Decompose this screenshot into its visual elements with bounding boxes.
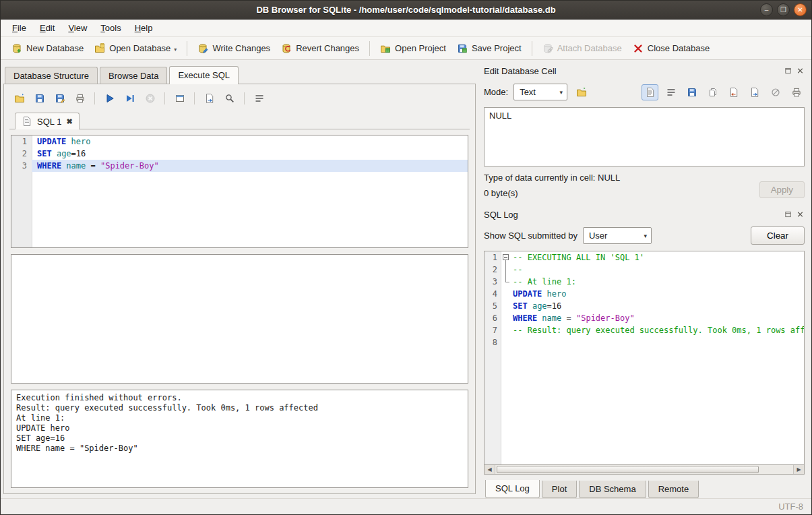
dock-tab-db-schema[interactable]: DB Schema [579, 481, 646, 498]
scroll-thumb[interactable] [497, 466, 759, 473]
scroll-track[interactable] [495, 465, 793, 474]
open-new-tab-button[interactable] [171, 90, 188, 107]
print-icon [75, 93, 86, 104]
scroll-right-icon[interactable]: ▶ [793, 465, 804, 474]
log-line: 2-- [485, 264, 804, 276]
text-view-button[interactable] [642, 84, 658, 100]
save-sql-file-button[interactable] [31, 90, 48, 107]
main-area: Database StructureBrowse DataExecute SQL… [1, 60, 811, 498]
save-project-icon [457, 43, 468, 54]
toolbar-separator [244, 92, 245, 104]
titlebar[interactable]: DB Browser for SQLite - /home/user/code/… [1, 1, 811, 20]
write-changes-label: Write Changes [212, 43, 270, 53]
open-project-button[interactable]: Open Project [375, 40, 451, 57]
stop-execution-button[interactable] [142, 90, 158, 107]
menu-file[interactable]: File [6, 21, 32, 35]
sql-tab[interactable]: SQL 1 ✖ [15, 113, 80, 129]
dock-tab-plot[interactable]: Plot [542, 481, 577, 498]
save-project-button[interactable]: Save Project [451, 40, 527, 57]
clear-log-button[interactable]: Clear [751, 226, 805, 245]
cell-type-text: Type of data currently in cell: NULL [484, 173, 759, 183]
print-button[interactable] [788, 84, 805, 100]
editor-line[interactable]: 1UPDATE hero [11, 135, 468, 148]
open-sql-file-button[interactable] [11, 90, 28, 107]
left-pane: Database StructureBrowse DataExecute SQL… [1, 60, 476, 498]
word-wrap-button[interactable] [251, 90, 268, 107]
export-results-button[interactable] [201, 90, 218, 107]
maximize-button[interactable]: ❐ [777, 3, 790, 16]
line-number: 2 [485, 264, 501, 276]
log-horizontal-scrollbar[interactable]: ◀ ▶ [484, 464, 805, 475]
close-tab-icon[interactable]: ✖ [66, 117, 72, 126]
attach-database-label: Attach Database [557, 43, 622, 53]
close-database-button[interactable]: Close Database [627, 40, 716, 57]
tab-browse-data[interactable]: Browse Data [100, 67, 167, 84]
sql-file-icon [22, 116, 32, 127]
stop-execution-icon [145, 93, 156, 104]
attach-database-button[interactable]: Attach Database [537, 40, 627, 57]
toolbar-separator [194, 92, 195, 104]
edit-cell-header: Edit Database Cell [484, 64, 805, 78]
apply-button[interactable]: Apply [759, 181, 805, 198]
log-filter-select[interactable]: User [583, 227, 652, 244]
editor-line[interactable]: 2SET age=16 [11, 148, 468, 160]
menu-view[interactable]: View [62, 21, 93, 35]
revert-changes-button[interactable]: Revert Changes [276, 40, 365, 57]
import-button[interactable] [725, 84, 742, 100]
print-button[interactable] [71, 90, 88, 107]
float-panel-icon[interactable] [784, 67, 792, 75]
results-grid[interactable] [11, 254, 468, 384]
message-area: Execution finished without errors. Resul… [11, 390, 468, 488]
write-changes-icon [197, 43, 208, 54]
tab-database-structure[interactable]: Database Structure [5, 67, 98, 84]
cell-editor[interactable]: NULL [484, 107, 805, 166]
sql-toolbar [9, 87, 470, 111]
scroll-left-icon[interactable]: ◀ [485, 465, 495, 474]
close-panel-icon[interactable] [796, 67, 805, 75]
copy-button[interactable] [704, 84, 721, 100]
dock-tab-remote[interactable]: Remote [648, 481, 699, 498]
line-number: 3 [485, 276, 501, 288]
close-database-label: Close Database [648, 43, 710, 53]
import-from-file-button[interactable] [573, 84, 590, 100]
log-line: 5SET age=16 [485, 300, 804, 312]
close-button[interactable]: ✕ [794, 3, 807, 16]
dock-tab-sql-log[interactable]: SQL Log [485, 480, 540, 498]
tab-execute-sql[interactable]: Execute SQL [169, 66, 239, 84]
execute-sql-page: SQL 1 ✖ 1UPDATE hero2SET age=163WHERE na… [3, 84, 476, 494]
revert-changes-label: Revert Changes [296, 43, 359, 53]
cell-view-icons [642, 84, 805, 100]
sql-editor[interactable]: 1UPDATE hero2SET age=163WHERE name = "Sp… [11, 135, 468, 248]
minimize-button[interactable]: – [760, 3, 773, 16]
menu-tools[interactable]: Tools [94, 21, 127, 35]
execute-current-line-button[interactable] [121, 90, 138, 107]
copy-icon [708, 87, 718, 98]
mode-select[interactable]: Text [513, 84, 567, 100]
fold-collapse-icon[interactable] [503, 254, 509, 260]
encoding-indicator[interactable]: UTF-8 [778, 502, 803, 512]
sql-log-view[interactable]: 1-- EXECUTING ALL IN 'SQL 1'2--3-- At li… [484, 251, 805, 464]
close-panel-icon[interactable] [796, 210, 805, 219]
sql-log-title: SQL Log [484, 210, 784, 220]
write-changes-button[interactable]: Write Changes [192, 40, 276, 57]
sql-tabbar: SQL 1 ✖ [9, 111, 470, 129]
menu-help[interactable]: Help [129, 21, 159, 35]
log-filter-value: User [589, 231, 607, 241]
window-controls: –❐✕ [760, 3, 807, 16]
save-as-button[interactable] [683, 84, 700, 100]
export-button[interactable] [746, 84, 763, 100]
menu-edit[interactable]: Edit [34, 21, 61, 35]
find-replace-button[interactable] [221, 90, 238, 107]
chevron-down-icon[interactable]: ▾ [174, 47, 177, 54]
editor-line[interactable]: 3WHERE name = "Spider-Boy" [11, 160, 468, 172]
new-database-button[interactable]: New Database [6, 40, 89, 57]
float-panel-icon[interactable] [784, 210, 792, 219]
execute-all-button[interactable] [101, 90, 118, 107]
open-project-label: Open Project [395, 43, 446, 53]
sql-tab-label: SQL 1 [37, 117, 61, 127]
word-wrap-button[interactable] [662, 84, 679, 100]
set-null-button[interactable] [767, 84, 784, 100]
open-database-button[interactable]: Open Database▾ [89, 40, 182, 57]
open-sql-file-icon [14, 93, 25, 104]
save-sql-file-as-button[interactable] [51, 90, 68, 107]
